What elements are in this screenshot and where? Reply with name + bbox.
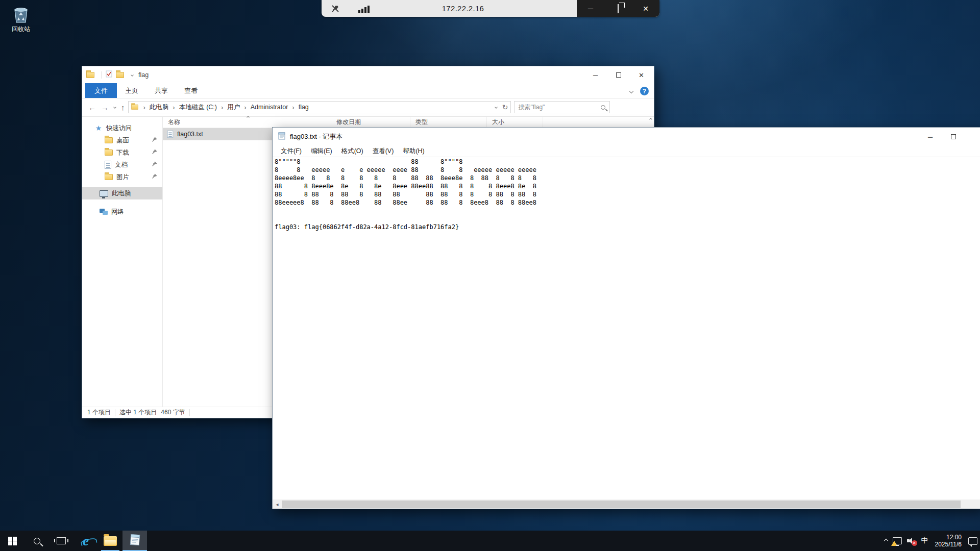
sidebar-item-label: 快速访问 xyxy=(106,124,132,133)
rdp-restore-button[interactable] xyxy=(608,5,628,13)
scrollbar-up-icon[interactable] xyxy=(649,118,652,121)
taskbar-search-button[interactable] xyxy=(24,531,49,551)
breadcrumb-local-disk-c[interactable]: 本地磁盘 (C:) xyxy=(176,103,220,112)
up-icon[interactable]: ↑ xyxy=(121,103,125,112)
sidebar-item-documents[interactable]: 文档 xyxy=(82,159,162,171)
sidebar-item-this-pc[interactable]: 此电脑 xyxy=(82,187,162,199)
explorer-maximize-button[interactable] xyxy=(607,66,630,84)
volume-button[interactable]: ✕ xyxy=(904,531,919,551)
taskbar-ie-button[interactable]: e xyxy=(74,531,98,551)
clock-time: 12:00 xyxy=(935,534,962,541)
chevron-up-icon xyxy=(884,539,888,543)
status-selected-size: 460 字节 xyxy=(161,408,185,417)
recycle-bin-icon xyxy=(12,5,30,23)
checkmark-icon[interactable] xyxy=(106,70,112,80)
refresh-icon[interactable]: ↻ xyxy=(502,103,508,111)
breadcrumb-flag[interactable]: flag xyxy=(296,104,312,111)
scroll-left-icon[interactable]: ◂ xyxy=(273,499,282,509)
ascii-art-line: 88 8 88 8 88 8 88 88 88 88 8 8 8 88 8 88… xyxy=(275,190,980,198)
documents-icon xyxy=(105,161,111,169)
address-folder-icon xyxy=(131,105,138,110)
column-header-date-modified[interactable]: 修改日期 xyxy=(331,117,410,128)
taskbar-explorer-button[interactable] xyxy=(98,531,122,551)
column-header-name[interactable]: 名称 xyxy=(163,117,331,128)
tab-file[interactable]: 文件 xyxy=(85,83,117,98)
breadcrumb-separator-icon: › xyxy=(220,104,224,111)
address-bar[interactable]: › 此电脑 › 本地磁盘 (C:) › 用户 › Administrator ›… xyxy=(128,101,511,113)
recycle-bin-label: 回收站 xyxy=(4,25,38,34)
sidebar-item-label: 文档 xyxy=(115,161,128,169)
breadcrumb-users[interactable]: 用户 xyxy=(224,103,243,112)
sidebar-item-pictures[interactable]: 图片 xyxy=(82,171,162,183)
search-icon[interactable] xyxy=(601,105,605,110)
rdp-close-button[interactable]: ✕ xyxy=(635,5,656,13)
tab-view[interactable]: 查看 xyxy=(176,83,206,98)
taskbar: e ✕ 中 12:00 2025/11/6 xyxy=(0,531,980,551)
sidebar-item-quick-access[interactable]: ★ 快速访问 xyxy=(82,122,162,134)
sidebar-item-network[interactable]: 网络 xyxy=(82,206,162,218)
ascii-art-line: 88eeeee8 88 8 88ee8 88 88ee 88 88 8 8eee… xyxy=(275,198,980,207)
rdp-minimize-button[interactable]: ─ xyxy=(580,5,601,13)
help-icon[interactable]: ? xyxy=(640,87,649,95)
breadcrumb-separator-icon: › xyxy=(142,104,146,111)
notepad-window: flag03.txt - 记事本 ─ 文件(F) 编辑(E) 格式(O) 查看(… xyxy=(272,127,980,509)
notepad-title-bar[interactable]: flag03.txt - 记事本 ─ xyxy=(273,128,980,146)
file-row-flag03[interactable]: flag03.txt xyxy=(163,128,285,140)
warning-triangle-icon xyxy=(891,541,897,546)
address-dropdown-icon[interactable] xyxy=(495,106,498,109)
sidebar-item-desktop[interactable]: 桌面 xyxy=(82,134,162,146)
search-placeholder: 搜索"flag" xyxy=(519,103,545,112)
column-header-size[interactable]: 大小 xyxy=(487,117,543,128)
notepad-window-controls: ─ xyxy=(919,128,965,146)
sidebar-item-downloads[interactable]: 下载 xyxy=(82,146,162,159)
quick-access-toolbar-dropdown-icon[interactable] xyxy=(131,73,134,77)
ribbon-collapse-icon[interactable] xyxy=(629,89,633,93)
recycle-bin-desktop-icon[interactable]: 回收站 xyxy=(4,5,38,34)
tab-home[interactable]: 主页 xyxy=(117,83,146,98)
explorer-close-button[interactable]: ✕ xyxy=(630,66,653,84)
menu-file[interactable]: 文件(F) xyxy=(276,147,306,156)
notepad-maximize-button[interactable] xyxy=(942,128,965,146)
explorer-title-bar[interactable]: flag ─ ✕ xyxy=(82,66,654,84)
text-file-icon xyxy=(167,131,174,138)
taskbar-notepad-button[interactable] xyxy=(122,531,147,551)
breadcrumb-administrator[interactable]: Administrator xyxy=(248,104,291,111)
start-button[interactable] xyxy=(0,531,24,551)
breadcrumb-this-pc[interactable]: 此电脑 xyxy=(146,103,172,112)
menu-help[interactable]: 帮助(H) xyxy=(398,147,429,156)
restore-icon xyxy=(618,4,619,13)
forward-icon[interactable]: → xyxy=(101,103,109,112)
new-folder-icon[interactable] xyxy=(116,72,124,78)
column-header-type[interactable]: 类型 xyxy=(410,117,487,128)
tab-share[interactable]: 共享 xyxy=(146,83,176,98)
sidebar-item-label: 图片 xyxy=(116,173,129,182)
speaker-muted-icon: ✕ xyxy=(907,537,916,545)
notepad-text-area[interactable]: 8"""""8 88 8""""8 8 8 eeeee e e eeeee ee… xyxy=(273,157,980,499)
menu-edit[interactable]: 编辑(E) xyxy=(306,147,337,156)
network-warning-icon xyxy=(893,537,902,544)
clock-date: 2025/11/6 xyxy=(935,541,962,548)
taskbar-clock[interactable]: 12:00 2025/11/6 xyxy=(931,534,966,548)
breadcrumb-separator-icon: › xyxy=(172,104,176,111)
notepad-horizontal-scrollbar[interactable]: ◂ xyxy=(273,499,980,509)
blank-line xyxy=(275,207,980,215)
internet-explorer-icon: e xyxy=(83,534,89,548)
explorer-minimize-button[interactable]: ─ xyxy=(584,66,607,84)
unpin-icon[interactable] xyxy=(322,0,349,17)
file-explorer-icon xyxy=(104,536,117,546)
ime-indicator[interactable]: 中 xyxy=(919,531,931,551)
scrollbar-thumb[interactable] xyxy=(282,500,961,508)
action-center-button[interactable] xyxy=(966,531,980,551)
task-view-button[interactable] xyxy=(49,531,74,551)
tray-overflow-button[interactable] xyxy=(882,531,890,551)
menu-format[interactable]: 格式(O) xyxy=(337,147,368,156)
notepad-minimize-button[interactable]: ─ xyxy=(919,128,942,146)
back-icon[interactable]: ← xyxy=(88,103,96,112)
recent-locations-icon[interactable] xyxy=(113,106,116,109)
breadcrumb-separator-icon: › xyxy=(243,104,247,111)
menu-view[interactable]: 查看(V) xyxy=(368,147,399,156)
search-input[interactable]: 搜索"flag" xyxy=(514,101,610,113)
pin-icon xyxy=(152,161,157,168)
separator xyxy=(102,71,102,79)
network-status-button[interactable] xyxy=(890,531,904,551)
